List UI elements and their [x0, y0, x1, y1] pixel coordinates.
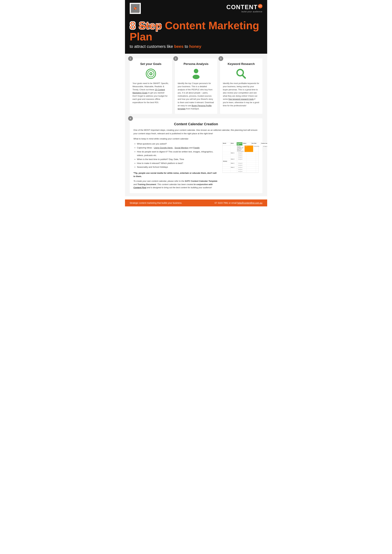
hero-honey: honey	[189, 44, 202, 49]
feedly-link[interactable]: Feedly	[193, 146, 200, 149]
cal-row: Assigned	[223, 156, 259, 158]
cal-row: Week 1 Assigned	[223, 152, 259, 154]
header-left: i	[130, 3, 141, 14]
logo-area: CONTENTST build your audience	[226, 4, 262, 13]
cal-header-due: Due Date	[251, 142, 261, 145]
step4-bullet-list: What questions are you asked? Capturing …	[133, 142, 219, 169]
step2-card: 2 Persona Analysis Identify the top 2 bu…	[175, 58, 217, 114]
list-item: How to make it relevant? Which platform …	[137, 162, 219, 165]
step4-intro: One of the MOST important steps, creatin…	[133, 128, 259, 135]
cal-header-title: Tentative Title	[237, 142, 243, 145]
svg-line-7	[242, 75, 245, 78]
hero-bees: bees	[174, 44, 183, 49]
step3-number: 3	[218, 56, 223, 61]
step1-title: Set your Goals	[133, 62, 169, 66]
step4-card: 4 Content Calendar Creation One of the M…	[130, 118, 262, 193]
persona-icon	[191, 68, 201, 79]
cal-row: Assigned	[223, 168, 259, 171]
search-icon	[236, 68, 246, 79]
list-item: How do people want to digest it? This co…	[137, 150, 219, 157]
cal-row: Week 2 Assigned	[223, 166, 259, 168]
hero-plan-word: Plan	[130, 31, 153, 43]
step1-text: Your goals need to be SMART: Specific, M…	[133, 82, 169, 104]
target-icon	[145, 68, 156, 79]
cal-header-publish: Publish Date	[261, 142, 267, 145]
cal-row: Assigned	[223, 154, 259, 156]
list-item: When is the best time to publish? Day, D…	[137, 158, 219, 161]
main-content: 1 Set your Goals Your goals need to be S…	[125, 54, 267, 196]
step4-body: What questions are you asked? Capturing …	[133, 142, 259, 189]
hero-subtitle: to attract customers like bees to honey	[130, 44, 262, 49]
step2-text: Identify the top 2 buyer persona's for y…	[178, 82, 214, 110]
step3-text: Identify the most profitable keywords fo…	[223, 82, 259, 107]
google-alerts-link[interactable]: Using Google Alerts	[154, 146, 173, 149]
social-mention-link[interactable]: Social Mention	[175, 146, 189, 149]
cal-header-status: Status	[243, 142, 251, 145]
closing-text: To create your own content calendar, ple…	[133, 180, 219, 189]
step3-card: 3 Keyword Research Identify the most pro…	[220, 58, 262, 114]
header: i CONTENTST build your audience	[125, 0, 267, 17]
calendar-preview: Month Week Tentative Title Status Due Da…	[222, 142, 259, 173]
cal-row: Assigned	[223, 171, 259, 173]
footer-right: 07 3103 7991 or email help@contentfirst.…	[215, 202, 262, 204]
footer: Strategic content marketing that builds …	[125, 200, 267, 206]
step3-title: Keyword Research	[223, 62, 259, 66]
cal-row: Week 2 Assigned	[223, 158, 259, 160]
cal-header-row: Month Week Tentative Title Status Due Da…	[223, 142, 259, 145]
cal-row: January	[223, 160, 259, 162]
step1-number: 1	[128, 56, 133, 61]
cal-row: Top The Headlines: Top 20 Tactics To Mat…	[223, 145, 259, 152]
logo-text: CONTENTST	[226, 4, 262, 10]
hero-subtitle-prefix: to attract customers like	[130, 44, 174, 49]
content-first-link[interactable]: Content First	[133, 186, 146, 189]
cal-row: Assigned	[223, 164, 259, 166]
step4-list: What questions are you asked? Capturing …	[133, 142, 219, 189]
qr-code: i	[130, 3, 141, 14]
step1-icon	[133, 68, 169, 79]
cal-header-week: Week	[230, 142, 237, 145]
svg-point-4	[194, 69, 198, 73]
step2-number: 2	[173, 56, 178, 61]
hero-num8: 8	[130, 20, 136, 31]
step4-what: What to keep in mind while creating your…	[133, 137, 259, 141]
three-cols: 1 Set your Goals Your goals need to be S…	[130, 58, 262, 114]
hero-marketing-word: Marketing	[208, 20, 259, 31]
step2-icon	[178, 68, 214, 79]
step4-number: 4	[128, 116, 133, 121]
cal-row: Week 1 Assigned	[223, 162, 259, 164]
list-item: What questions are you asked?	[137, 142, 219, 146]
hero-title: 8 Step Content Marketing Plan	[130, 20, 262, 42]
list-item: Seasonality and School Holidays	[137, 165, 219, 169]
step3-link[interactable]: free keyword research tools	[229, 98, 254, 100]
step4-title: Content Calendar Creation	[133, 122, 259, 126]
qr-center-icon: i	[134, 7, 137, 10]
footer-email-link[interactable]: help@contentfirst.com.au	[237, 202, 262, 204]
tip-text: *Tip, people use social media for white …	[133, 172, 219, 178]
hero-subtitle-mid: to	[184, 44, 189, 49]
list-item: Capturing Ideas - Using Google Alerts , …	[137, 146, 219, 150]
hero-section: 8 Step Content Marketing Plan to attract…	[125, 17, 267, 54]
logo-badge: ST	[258, 4, 262, 8]
step1-card: 1 Set your Goals Your goals need to be S…	[130, 58, 172, 114]
footer-left-text: Strategic content marketing that builds …	[130, 202, 182, 204]
hero-step-word: Step	[139, 20, 162, 31]
step2-title: Persona Analysis	[178, 62, 214, 66]
svg-point-5	[193, 75, 200, 79]
footer-email-prefix: or email	[229, 202, 237, 204]
footer-phone: 07 3103 7991	[215, 202, 228, 204]
hero-content-word: Content	[165, 20, 206, 31]
logo-content-word: CONTENT	[226, 4, 258, 10]
step3-icon	[223, 68, 259, 79]
svg-point-3	[150, 73, 152, 74]
cal-header-month: Month	[223, 142, 230, 145]
logo-tagline: build your audience	[226, 10, 262, 13]
